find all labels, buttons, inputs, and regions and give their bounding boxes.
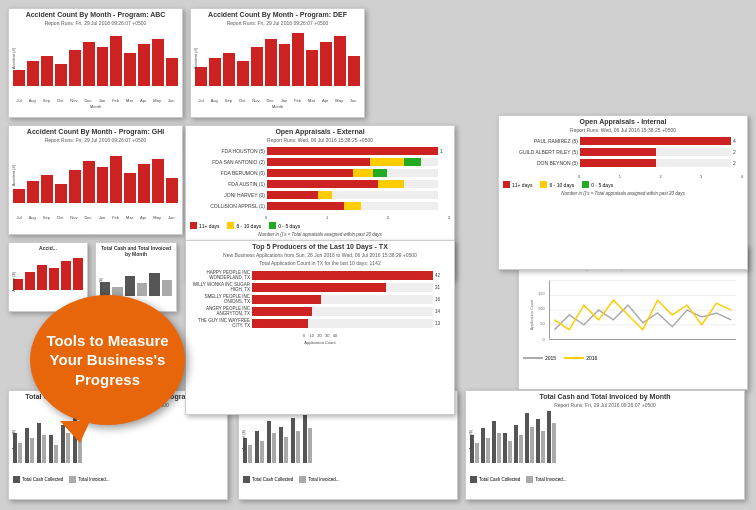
bar-dark xyxy=(525,413,529,463)
x-axis-label-def: Month xyxy=(191,103,364,109)
top5-subtitle2: Total Application Count in TX for the la… xyxy=(186,260,454,266)
legend-item-red-int: 11+ days xyxy=(503,181,532,188)
bar xyxy=(152,39,164,87)
legend-label: Total Invoiced... xyxy=(78,477,109,482)
bar-dark xyxy=(49,435,53,463)
bar-group xyxy=(492,421,501,463)
card-accident-def: Accident Count By Month - Program: DEF R… xyxy=(190,8,365,118)
svg-text:0: 0 xyxy=(542,338,545,343)
bar-light xyxy=(497,433,501,463)
chart-labels-ghi: JulAugSepOctNovDecJanFebMarAprMayJun xyxy=(9,215,182,220)
prod-row: SMELLY PEOPLE INC ONIONS, TX 16 xyxy=(190,294,450,304)
appr-bar-red xyxy=(267,202,344,210)
legend-box-red-int xyxy=(503,181,510,188)
appr-bar-yellow xyxy=(318,191,332,199)
prod-row: WILLY WONKA INC SUGAR HIGH, TX 31 xyxy=(190,282,450,292)
prod-bar-container xyxy=(252,295,433,304)
card-open-appraisals-int: Open Appraisals - Internal Report Runs: … xyxy=(498,115,748,270)
appr-bar-red xyxy=(267,158,370,166)
legend-line-2016 xyxy=(564,357,584,359)
bar xyxy=(209,58,221,86)
bar-light xyxy=(42,435,46,463)
bar-light xyxy=(519,435,523,463)
speech-line2: Your Business's xyxy=(50,351,166,368)
prod-count: 13 xyxy=(435,321,450,326)
appr-bar-red xyxy=(580,159,656,167)
bar xyxy=(55,184,67,204)
legend-inv: Total Invoiced... xyxy=(299,476,339,483)
legend-label: Total Cash Collected xyxy=(22,477,63,482)
prod-bar-container xyxy=(252,319,433,328)
prod-label: ANGRY PEOPLE INC ANGRYTON, TX xyxy=(190,306,250,316)
legend-row: 11+ days 6 - 10 days 0 - 5 days xyxy=(186,220,454,231)
card-title-def: Accident Count By Month - Program: DEF xyxy=(191,9,364,20)
bar-light xyxy=(552,423,556,463)
card-top5-producers: Top 5 Producers of the Last 10 Days - TX… xyxy=(185,240,455,415)
open-int-title: Open Appraisals - Internal xyxy=(499,116,747,127)
mini-chart-bottom-month xyxy=(466,410,744,465)
bar-light xyxy=(308,428,312,463)
appr-bar-container xyxy=(267,147,438,155)
speech-bubble: Tools to Measure Your Business's Progres… xyxy=(30,295,185,425)
x-axis-label: Month xyxy=(9,103,182,109)
appr-count: 2 xyxy=(733,160,743,166)
prod-bar xyxy=(252,295,321,304)
appr-row: FDA BERUMON (0) xyxy=(190,169,450,177)
open-ext-note: Number in ()'s = Total appraisals assign… xyxy=(186,231,454,238)
speech-line1: Tools to Measure xyxy=(46,332,168,349)
bar-group xyxy=(525,413,534,463)
appr-label: DON BEYNON (5) xyxy=(503,160,578,166)
bar-light xyxy=(30,438,34,463)
bar-light xyxy=(296,431,300,463)
bar-dark xyxy=(25,428,29,463)
prod-count: 14 xyxy=(435,309,450,314)
appr-bar-container xyxy=(580,148,731,156)
appr-bar-container xyxy=(580,137,731,145)
bar-light xyxy=(486,438,490,463)
bar-light xyxy=(260,441,264,463)
appr-bar-container xyxy=(267,180,438,188)
dashboard: Accident Count By Month - Program: ABC R… xyxy=(0,0,756,510)
bar xyxy=(25,272,35,290)
top5-x-axis: 0 10 20 30 40 xyxy=(186,332,454,339)
appr-bar-yellow xyxy=(353,169,374,177)
bar xyxy=(237,61,249,86)
bar xyxy=(149,273,159,296)
appraisals-int-chart: PAUL RAMIREZ (5) 4 GUILD ALBERT RILEY (5… xyxy=(499,135,747,172)
comparison-legend: 2015 2016 xyxy=(519,353,747,363)
bottom-abc-legend: Total Cash Collected Total Invoiced... xyxy=(9,475,227,484)
bar-dark xyxy=(514,425,518,463)
mini-chart-bottom-def xyxy=(239,410,457,465)
bar xyxy=(110,156,122,204)
bar xyxy=(27,181,39,203)
legend-label-2016: 2016 xyxy=(586,355,597,361)
legend-invoiced: Total Invoiced... xyxy=(69,476,109,483)
bar-light xyxy=(272,433,276,463)
bar xyxy=(97,47,109,86)
legend-label: 11+ days xyxy=(512,182,532,188)
prod-label: WILLY WONKA INC SUGAR HIGH, TX xyxy=(190,282,250,292)
appr-row: FDA HOUSTON (5) 1 xyxy=(190,147,450,155)
mini-chart-small xyxy=(9,252,87,292)
appr-bar-red xyxy=(267,169,353,177)
prod-count: 31 xyxy=(435,285,450,290)
prod-bar-container xyxy=(252,271,433,280)
speech-line3: Progress xyxy=(75,371,140,388)
prod-bar xyxy=(252,271,433,280)
svg-text:Application Count: Application Count xyxy=(529,299,534,331)
legend-box-yellow xyxy=(227,222,234,229)
legend-item-yellow-int: 6 - 10 days xyxy=(540,181,574,188)
prod-bar xyxy=(252,319,308,328)
legend-box-yellow-int xyxy=(540,181,547,188)
appr-label: COLLISION APPRSL (1) xyxy=(190,203,265,209)
bar xyxy=(37,265,47,290)
bar-light xyxy=(541,431,545,463)
bar xyxy=(223,53,235,87)
bar-dark xyxy=(255,431,259,463)
appr-label: GUILD ALBERT RILEY (5) xyxy=(503,149,578,155)
bar xyxy=(41,56,53,87)
mini-chart-def xyxy=(191,28,364,88)
bar xyxy=(265,39,277,87)
legend-label: 0 - 5 days xyxy=(278,223,300,229)
bar xyxy=(251,47,263,86)
